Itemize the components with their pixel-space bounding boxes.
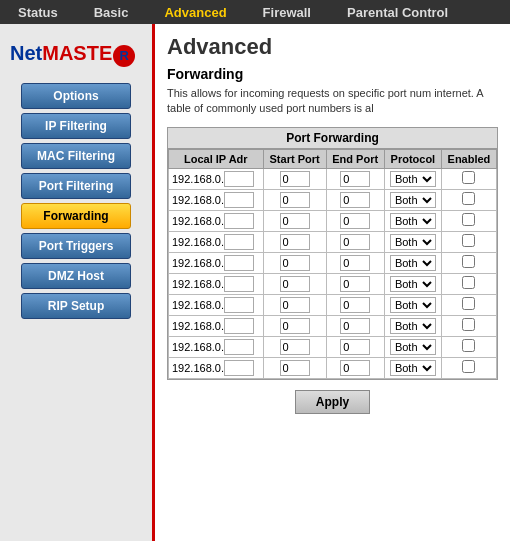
end-port-input-5[interactable]	[340, 276, 370, 292]
table-row: 192.168.0.BothTCPUDP	[169, 168, 497, 189]
start-port-cell-2	[263, 210, 326, 231]
sidebar-btn-port-triggers[interactable]: Port Triggers	[21, 233, 131, 259]
start-port-input-3[interactable]	[280, 234, 310, 250]
ip-last-octet-input-2[interactable]	[224, 213, 254, 229]
table-row: 192.168.0.BothTCPUDP	[169, 210, 497, 231]
start-port-input-1[interactable]	[280, 192, 310, 208]
port-forwarding-table: Local IP Adr Start Port End Port Protoco…	[168, 149, 497, 379]
protocol-select-9[interactable]: BothTCPUDP	[390, 360, 436, 376]
ip-cell-4: 192.168.0.	[169, 252, 264, 273]
end-port-input-8[interactable]	[340, 339, 370, 355]
ip-prefix-5: 192.168.0.	[172, 278, 224, 290]
apply-button[interactable]: Apply	[295, 390, 370, 414]
end-port-input-0[interactable]	[340, 171, 370, 187]
end-port-cell-5	[326, 273, 384, 294]
protocol-cell-0: BothTCPUDP	[384, 168, 441, 189]
protocol-select-7[interactable]: BothTCPUDP	[390, 318, 436, 334]
ip-cell-0: 192.168.0.	[169, 168, 264, 189]
enabled-checkbox-1[interactable]	[462, 192, 475, 205]
sidebar-btn-options[interactable]: Options	[21, 83, 131, 109]
port-forwarding-table-wrapper: Port Forwarding Local IP Adr Start Port …	[167, 127, 498, 380]
start-port-input-4[interactable]	[280, 255, 310, 271]
start-port-input-5[interactable]	[280, 276, 310, 292]
protocol-cell-7: BothTCPUDP	[384, 315, 441, 336]
ip-cell-2: 192.168.0.	[169, 210, 264, 231]
enabled-checkbox-4[interactable]	[462, 255, 475, 268]
sidebar-btn-port-filtering[interactable]: Port Filtering	[21, 173, 131, 199]
content-area: Advanced Forwarding This allows for inco…	[155, 24, 510, 541]
start-port-cell-7	[263, 315, 326, 336]
end-port-input-4[interactable]	[340, 255, 370, 271]
sidebar-btn-rip-setup[interactable]: RIP Setup	[21, 293, 131, 319]
start-port-input-9[interactable]	[280, 360, 310, 376]
ip-cell-3: 192.168.0.	[169, 231, 264, 252]
protocol-select-6[interactable]: BothTCPUDP	[390, 297, 436, 313]
ip-last-octet-input-0[interactable]	[224, 171, 254, 187]
protocol-select-0[interactable]: BothTCPUDP	[390, 171, 436, 187]
end-port-cell-0	[326, 168, 384, 189]
ip-prefix-7: 192.168.0.	[172, 320, 224, 332]
start-port-input-8[interactable]	[280, 339, 310, 355]
ip-last-octet-input-9[interactable]	[224, 360, 254, 376]
enabled-checkbox-2[interactable]	[462, 213, 475, 226]
ip-cell-6: 192.168.0.	[169, 294, 264, 315]
ip-cell-9: 192.168.0.	[169, 357, 264, 378]
enabled-checkbox-0[interactable]	[462, 171, 475, 184]
protocol-select-3[interactable]: BothTCPUDP	[390, 234, 436, 250]
enabled-checkbox-3[interactable]	[462, 234, 475, 247]
start-port-cell-0	[263, 168, 326, 189]
ip-prefix-3: 192.168.0.	[172, 236, 224, 248]
end-port-input-3[interactable]	[340, 234, 370, 250]
start-port-input-2[interactable]	[280, 213, 310, 229]
ip-last-octet-input-6[interactable]	[224, 297, 254, 313]
enabled-checkbox-9[interactable]	[462, 360, 475, 373]
ip-last-octet-input-7[interactable]	[224, 318, 254, 334]
sidebar-btn-dmz-host[interactable]: DMZ Host	[21, 263, 131, 289]
ip-last-octet-input-5[interactable]	[224, 276, 254, 292]
end-port-cell-7	[326, 315, 384, 336]
enabled-cell-0	[441, 168, 496, 189]
table-row: 192.168.0.BothTCPUDP	[169, 273, 497, 294]
sidebar-btn-ip-filtering[interactable]: IP Filtering	[21, 113, 131, 139]
ip-last-octet-input-8[interactable]	[224, 339, 254, 355]
col-header-protocol: Protocol	[384, 149, 441, 168]
table-row: 192.168.0.BothTCPUDP	[169, 189, 497, 210]
ip-last-octet-input-1[interactable]	[224, 192, 254, 208]
enabled-checkbox-7[interactable]	[462, 318, 475, 331]
table-row: 192.168.0.BothTCPUDP	[169, 336, 497, 357]
end-port-cell-3	[326, 231, 384, 252]
enabled-checkbox-8[interactable]	[462, 339, 475, 352]
section-title: Forwarding	[167, 66, 498, 82]
protocol-select-4[interactable]: BothTCPUDP	[390, 255, 436, 271]
end-port-input-2[interactable]	[340, 213, 370, 229]
start-port-input-7[interactable]	[280, 318, 310, 334]
main-layout: NetMASTER OptionsIP FilteringMAC Filteri…	[0, 24, 510, 541]
start-port-input-0[interactable]	[280, 171, 310, 187]
protocol-select-2[interactable]: BothTCPUDP	[390, 213, 436, 229]
protocol-cell-6: BothTCPUDP	[384, 294, 441, 315]
logo-r: R	[113, 45, 135, 67]
protocol-select-1[interactable]: BothTCPUDP	[390, 192, 436, 208]
ip-last-octet-input-4[interactable]	[224, 255, 254, 271]
nav-item-advanced[interactable]: Advanced	[146, 0, 244, 24]
nav-item-basic[interactable]: Basic	[76, 0, 147, 24]
end-port-input-9[interactable]	[340, 360, 370, 376]
end-port-input-1[interactable]	[340, 192, 370, 208]
protocol-select-5[interactable]: BothTCPUDP	[390, 276, 436, 292]
ip-prefix-1: 192.168.0.	[172, 194, 224, 206]
end-port-input-6[interactable]	[340, 297, 370, 313]
ip-last-octet-input-3[interactable]	[224, 234, 254, 250]
protocol-select-8[interactable]: BothTCPUDP	[390, 339, 436, 355]
sidebar-btn-forwarding[interactable]: Forwarding	[21, 203, 131, 229]
logo-master: MASTE	[42, 42, 112, 64]
start-port-input-6[interactable]	[280, 297, 310, 313]
end-port-input-7[interactable]	[340, 318, 370, 334]
sidebar-btn-mac-filtering[interactable]: MAC Filtering	[21, 143, 131, 169]
nav-item-status[interactable]: Status	[0, 0, 76, 24]
nav-item-parental-control[interactable]: Parental Control	[329, 0, 466, 24]
enabled-checkbox-6[interactable]	[462, 297, 475, 310]
protocol-cell-9: BothTCPUDP	[384, 357, 441, 378]
start-port-cell-1	[263, 189, 326, 210]
enabled-checkbox-5[interactable]	[462, 276, 475, 289]
nav-item-firewall[interactable]: Firewall	[245, 0, 329, 24]
